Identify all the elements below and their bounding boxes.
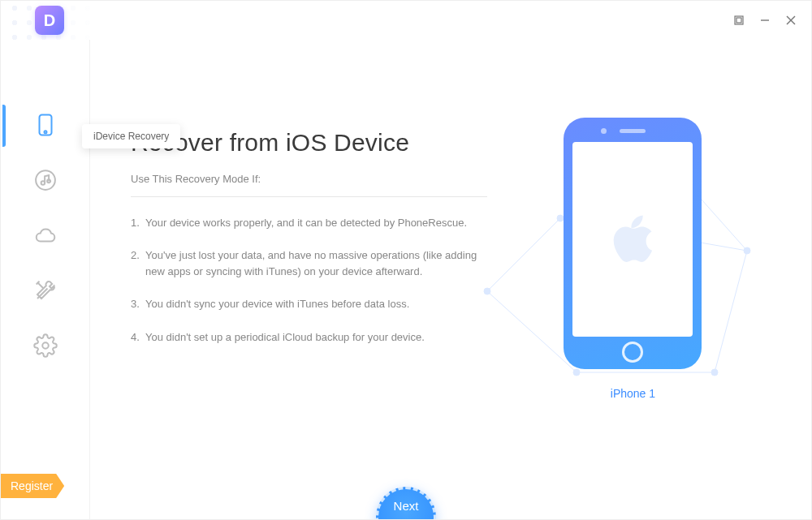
maximize-icon[interactable] (733, 15, 745, 26)
logo-area: D (1, 1, 105, 40)
page-title: Recover from iOS Device (131, 129, 487, 157)
apple-logo-icon (612, 215, 653, 264)
svg-point-8 (42, 342, 49, 349)
sidebar-tooltip-label: iDevice Recovery (93, 131, 169, 142)
main: Recover from iOS Device Use This Recover… (90, 40, 811, 519)
sidebar-item-settings-icon[interactable] (33, 333, 58, 358)
svg-point-20 (711, 369, 718, 376)
svg-point-6 (44, 131, 46, 133)
divider (131, 196, 487, 197)
logo-letter: D (44, 11, 55, 30)
list-item: You've just lost your data, and have no … (131, 247, 487, 280)
app-logo-icon: D (35, 6, 64, 35)
svg-rect-5 (39, 115, 51, 135)
close-icon[interactable] (785, 15, 797, 26)
window-controls (733, 15, 805, 26)
register-button-label: Register (11, 479, 53, 492)
sidebar (1, 40, 90, 519)
svg-point-16 (484, 288, 490, 294)
minimize-icon[interactable] (759, 15, 771, 26)
list-item: Your device works properly, and it can b… (131, 215, 487, 231)
sidebar-item-idevice-icon[interactable] (33, 113, 58, 137)
svg-rect-1 (736, 18, 741, 23)
titlebar: D (1, 1, 811, 40)
svg-line-10 (487, 291, 577, 372)
conditions-list: Your device works properly, and it can b… (131, 215, 487, 346)
sidebar-tooltip: iDevice Recovery (82, 124, 180, 148)
main-left: Recover from iOS Device Use This Recover… (131, 129, 487, 519)
svg-line-9 (487, 218, 560, 291)
sidebar-item-tools-icon[interactable] (33, 278, 58, 303)
list-item: You didn't sync your device with iTunes … (131, 296, 487, 312)
svg-line-13 (715, 251, 747, 372)
next-button-label: Next (394, 499, 419, 513)
sidebar-item-icloud-icon[interactable] (33, 223, 58, 247)
device-preview: iPhone 1 (487, 129, 779, 519)
sidebar-item-itunes-icon[interactable] (33, 168, 58, 192)
phone-illustration (564, 118, 702, 369)
svg-point-21 (573, 369, 580, 376)
svg-point-17 (557, 215, 564, 221)
page-subhead: Use This Recovery Mode If: (131, 173, 487, 185)
register-button[interactable]: Register (1, 474, 64, 498)
list-item: You didn't set up a periodical iCloud ba… (131, 329, 487, 346)
svg-point-19 (744, 247, 750, 254)
